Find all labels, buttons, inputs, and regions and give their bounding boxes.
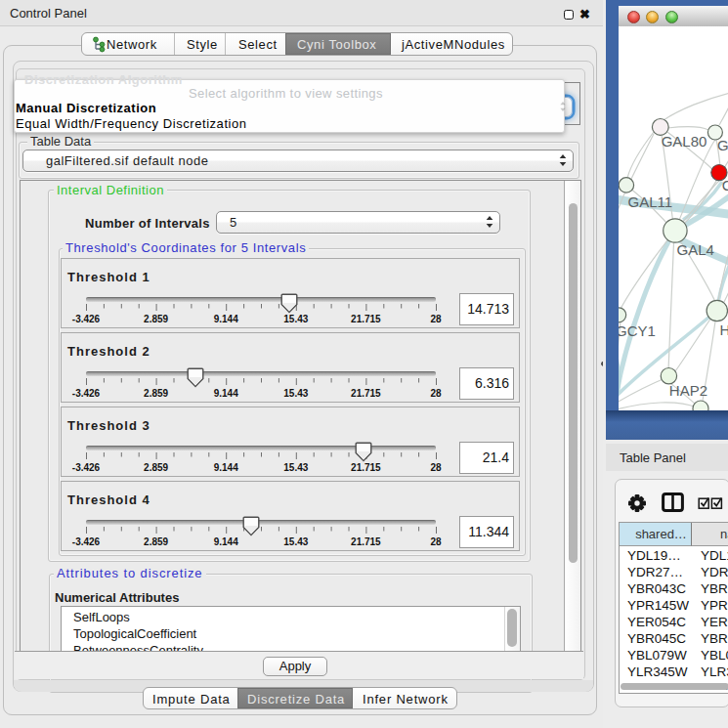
svg-text:GAL11: GAL11 (628, 193, 673, 210)
svg-text:H: H (719, 321, 728, 338)
svg-text:GA: GA (717, 137, 728, 153)
svg-text:HAP2: HAP2 (669, 382, 707, 399)
svg-text:C: C (722, 177, 728, 193)
svg-text:GAL4: GAL4 (677, 241, 714, 258)
svg-text:GAL80: GAL80 (662, 133, 707, 150)
svg-text:GCY1: GCY1 (619, 322, 656, 339)
